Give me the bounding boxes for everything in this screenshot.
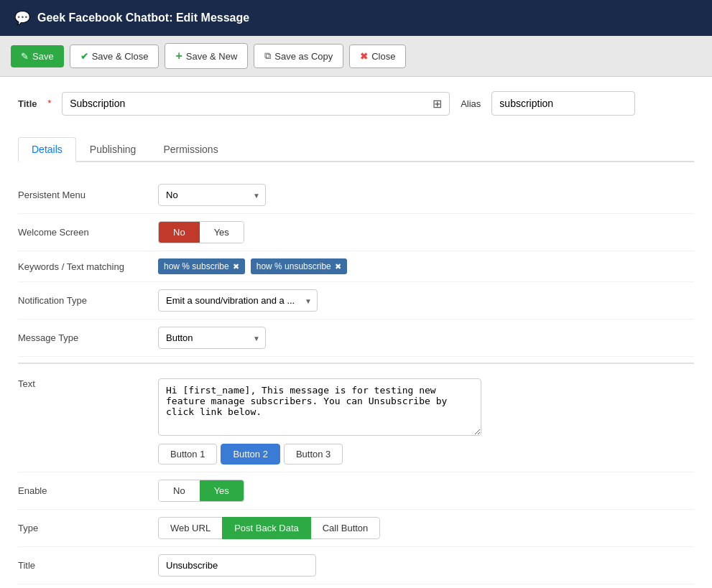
tabs: Details Publishing Permissions (18, 137, 694, 162)
close-button[interactable]: ✖ Close (349, 45, 406, 68)
keyword-tag-2: how % unsubscribe ✖ (251, 258, 347, 274)
text-row: Text Hi [first_name], This message is fo… (18, 370, 694, 472)
title-input-wrap: ⊞ (62, 92, 450, 116)
notification-type-control: Emit a sound/vibration and a ... ▼ (158, 289, 318, 312)
title-label: Title (18, 98, 37, 109)
generate-icon[interactable]: ⊞ (433, 97, 442, 111)
enable-control: No Yes (158, 480, 244, 502)
close-icon: ✖ (360, 51, 368, 62)
title-required: * (48, 98, 52, 108)
keywords-row: Keywords / Text matching how % subscribe… (18, 251, 694, 282)
save-close-button[interactable]: ✔ Save & Close (70, 45, 159, 68)
plus-icon: + (175, 50, 182, 62)
copy-icon: ⧉ (264, 50, 271, 62)
type-button-group: Web URL Post Back Data Call Button (158, 517, 380, 539)
check-icon: ✔ (80, 51, 88, 62)
page-title: Geek Facebook Chatbot: Edit Message (37, 11, 249, 24)
enable-row: Enable No Yes (18, 472, 694, 510)
text-control: Hi [first_name], This message is for tes… (158, 378, 481, 465)
persistent-menu-select[interactable]: No Yes (158, 184, 266, 206)
save-copy-button[interactable]: ⧉ Save as Copy (254, 44, 343, 68)
tab-details[interactable]: Details (18, 137, 76, 162)
welcome-screen-toggle: No Yes (158, 221, 244, 243)
title-field-input[interactable] (158, 554, 316, 577)
keywords-label: Keywords / Text matching (18, 261, 147, 272)
main-content: Title * ⊞ Alias Details Publishing Permi… (0, 77, 712, 588)
keyword-tag-1: how % subscribe ✖ (158, 258, 245, 274)
enable-yes-button[interactable]: Yes (200, 480, 244, 501)
keyword-remove-2[interactable]: ✖ (335, 262, 341, 271)
message-type-control: Button ▼ (158, 327, 266, 349)
text-textarea[interactable]: Hi [first_name], This message is for tes… (158, 378, 481, 436)
enable-label: Enable (18, 485, 147, 496)
message-type-select-wrap: Button ▼ (158, 327, 266, 349)
notification-type-select-wrap: Emit a sound/vibration and a ... ▼ (158, 289, 318, 312)
title-field-label: Title (18, 560, 147, 571)
save-new-button[interactable]: + Save & New (165, 43, 248, 69)
alias-label: Alias (461, 98, 481, 109)
enable-no-button[interactable]: No (159, 480, 200, 501)
type-postback-button[interactable]: Post Back Data (222, 517, 311, 539)
payload-row: Payload [unsubscribe] (18, 584, 694, 588)
button2-tab[interactable]: Button 2 (221, 444, 279, 465)
persistent-menu-label: Persistent Menu (18, 190, 147, 200)
notification-type-label: Notification Type (18, 295, 147, 306)
notification-type-row: Notification Type Emit a sound/vibration… (18, 282, 694, 319)
text-label: Text (18, 378, 147, 389)
alias-input[interactable] (491, 91, 635, 116)
button-tabs: Button 1 Button 2 Button 3 (158, 444, 481, 465)
title-field-control (158, 554, 316, 577)
persistent-menu-control: No Yes ▼ (158, 184, 266, 206)
tab-publishing[interactable]: Publishing (76, 137, 150, 162)
welcome-screen-label: Welcome Screen (18, 227, 147, 238)
button3-tab[interactable]: Button 3 (284, 444, 343, 465)
type-row: Type Web URL Post Back Data Call Button (18, 510, 694, 547)
save-button[interactable]: ✎ Save (11, 45, 64, 67)
title-field-row: Title (18, 547, 694, 584)
type-web-url-button[interactable]: Web URL (158, 517, 223, 539)
notification-type-select[interactable]: Emit a sound/vibration and a ... (158, 289, 318, 312)
welcome-screen-no-button[interactable]: No (159, 222, 200, 243)
title-row: Title * ⊞ Alias (18, 91, 694, 126)
button1-tab[interactable]: Button 1 (158, 444, 217, 465)
header-icon: 💬 (14, 10, 30, 26)
type-label: Type (18, 523, 147, 533)
keyword-remove-1[interactable]: ✖ (233, 262, 239, 271)
app-header: 💬 Geek Facebook Chatbot: Edit Message (0, 0, 712, 36)
message-type-row: Message Type Button ▼ (18, 319, 694, 357)
enable-toggle: No Yes (158, 480, 244, 502)
save-icon: ✎ (21, 51, 29, 62)
toolbar: ✎ Save ✔ Save & Close + Save & New ⧉ Sav… (0, 36, 712, 77)
tab-permissions[interactable]: Permissions (149, 137, 231, 162)
persistent-menu-select-wrap: No Yes ▼ (158, 184, 266, 206)
type-call-button[interactable]: Call Button (310, 517, 381, 539)
persistent-menu-row: Persistent Menu No Yes ▼ (18, 177, 694, 214)
title-input[interactable] (70, 98, 429, 109)
welcome-screen-yes-button[interactable]: Yes (200, 222, 244, 243)
welcome-screen-row: Welcome Screen No Yes (18, 214, 694, 251)
type-control: Web URL Post Back Data Call Button (158, 517, 380, 539)
section-divider (18, 363, 694, 364)
message-type-select[interactable]: Button (158, 327, 266, 349)
message-type-label: Message Type (18, 332, 147, 343)
welcome-screen-control: No Yes (158, 221, 244, 243)
keywords-control: how % subscribe ✖ how % unsubscribe ✖ (158, 258, 347, 274)
